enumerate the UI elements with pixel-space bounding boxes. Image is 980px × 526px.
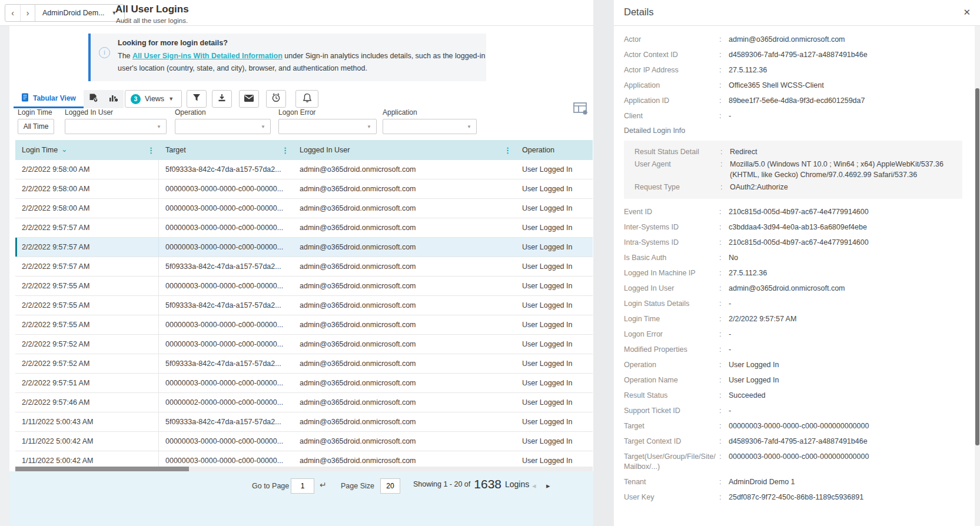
table-header-row: Login Time ⌄ ⋮ Target ⋮ Logged In User ⋮… xyxy=(15,140,593,160)
detail-label: Inter-Systems ID xyxy=(624,222,719,232)
page-size-label: Page Size xyxy=(341,482,374,490)
horizontal-scrollbar-thumb[interactable] xyxy=(15,467,189,471)
table-row[interactable]: 1/11/2022 5:00:43 AM 5f09333a-842c-47da-… xyxy=(15,412,593,432)
filter-dropdown[interactable]: ▼ xyxy=(65,119,167,134)
cell-logged-in-user: admin@o365droid.onmicrosoft.com xyxy=(293,296,516,315)
goto-page-input[interactable] xyxy=(291,478,314,494)
detail-field: Application ID : 89bee1f7-5e6e-4d8a-9f3d… xyxy=(624,96,962,106)
detail-field: User Agent : Mozilla/5.0 (Windows NT 10.… xyxy=(634,159,955,181)
tab-export-report[interactable] xyxy=(84,90,104,108)
details-title: Details xyxy=(624,6,653,18)
detail-value: User Logged In xyxy=(729,375,962,385)
horizontal-scrollbar[interactable] xyxy=(15,467,593,471)
detail-label: Actor xyxy=(624,35,719,45)
previous-page-button[interactable]: ◂ xyxy=(532,481,536,490)
cell-operation: User Logged In xyxy=(516,257,593,276)
filter-dropdown[interactable]: ▼ xyxy=(175,119,271,134)
table-row[interactable]: 2/2/2022 9:57:57 AM 00000003-0000-0000-c… xyxy=(15,238,593,257)
sort-descending-icon: ⌄ xyxy=(61,145,67,154)
table-row[interactable]: 2/2/2022 9:58:00 AM 00000003-0000-0000-c… xyxy=(15,179,593,199)
detail-label: User Agent xyxy=(634,159,720,181)
detail-label: Target Context ID xyxy=(624,437,719,447)
table-row[interactable]: 2/2/2022 9:58:00 AM 00000003-0000-0000-c… xyxy=(15,199,593,218)
table-row[interactable]: 2/2/2022 9:57:51 AM 00000003-0000-0000-c… xyxy=(15,374,593,393)
nav-back-button[interactable]: ‹ xyxy=(5,5,20,21)
cell-login-time: 2/2/2022 9:58:00 AM xyxy=(15,160,159,179)
table-row[interactable]: 2/2/2022 9:57:52 AM 00000003-0000-0000-c… xyxy=(15,335,593,354)
views-dropdown-button[interactable]: 3 Views ▼ xyxy=(125,90,182,108)
page-size-input[interactable] xyxy=(380,478,400,494)
table-row[interactable]: 2/2/2022 9:57:46 AM 00000002-0000-0000-c… xyxy=(15,393,593,412)
cell-login-time: 1/11/2022 5:00:43 AM xyxy=(15,412,159,431)
cell-operation: User Logged In xyxy=(516,160,593,179)
filter-dropdown[interactable]: ▼ xyxy=(278,119,377,134)
detail-label: Result Status Detail xyxy=(634,147,720,158)
tab-chart-view[interactable] xyxy=(104,90,124,108)
schedule-button[interactable] xyxy=(266,90,286,108)
cell-logged-in-user: admin@o365droid.onmicrosoft.com xyxy=(293,354,516,373)
detail-field: Modified Properties : - xyxy=(624,345,962,355)
cell-logged-in-user: admin@o365droid.onmicrosoft.com xyxy=(293,257,516,276)
banner-text: The All User Sign-ins With Detailed Info… xyxy=(118,50,500,75)
enter-icon[interactable]: ↵ xyxy=(320,480,327,490)
table-row[interactable]: 2/2/2022 9:57:55 AM 00000003-0000-0000-c… xyxy=(15,315,593,335)
vertical-scrollbar-thumb[interactable] xyxy=(975,88,979,445)
main-report-area: ‹ › AdminDroid Dem... ▼ All User Logins … xyxy=(0,0,593,526)
column-menu-icon[interactable]: ⋮ xyxy=(281,146,289,155)
column-header-logged-in-user[interactable]: Logged In User ⋮ xyxy=(293,140,516,160)
report-selector-dropdown[interactable]: AdminDroid Dem... ▼ xyxy=(35,5,124,21)
column-header-login-time[interactable]: Login Time ⌄ ⋮ xyxy=(15,140,159,160)
filter-group: Operation ▼ xyxy=(175,108,271,134)
close-icon[interactable]: ✕ xyxy=(963,7,971,18)
detail-label: Application ID xyxy=(624,96,719,106)
total-count: 1638 xyxy=(474,477,501,491)
chart-view-icon xyxy=(109,94,118,105)
cell-login-time: 2/2/2022 9:57:57 AM xyxy=(15,218,159,237)
filter-dropdown[interactable]: ▼ xyxy=(383,119,477,134)
column-menu-icon[interactable]: ⋮ xyxy=(504,146,511,155)
cell-login-time: 2/2/2022 9:58:00 AM xyxy=(15,199,159,218)
nav-forward-button[interactable]: › xyxy=(20,5,35,21)
column-header-target[interactable]: Target ⋮ xyxy=(159,140,293,160)
cell-target: 00000002-0000-0000-c000-00000... xyxy=(159,393,293,412)
details-fields-top: Actor : admin@o365droid.onmicrosoft.com … xyxy=(624,35,962,121)
next-page-button[interactable]: ▸ xyxy=(546,481,550,490)
table-row[interactable]: 2/2/2022 9:58:00 AM 5f09333a-842c-47da-a… xyxy=(15,160,593,179)
tab-tabular-view[interactable]: Tabular View xyxy=(14,90,84,108)
table-row[interactable]: 2/2/2022 9:57:57 AM 00000003-0000-0000-c… xyxy=(15,218,593,238)
detail-value: 25df087c-9f72-450c-86b8-1189c5936891 xyxy=(729,492,962,502)
table-row[interactable]: 2/2/2022 9:57:52 AM 5f09333a-842c-47da-a… xyxy=(15,354,593,374)
column-menu-icon[interactable]: ⋮ xyxy=(147,146,155,155)
cell-logged-in-user: admin@o365droid.onmicrosoft.com xyxy=(293,432,516,451)
cell-login-time: 2/2/2022 9:58:00 AM xyxy=(15,179,159,198)
signin-report-link[interactable]: All User Sign-ins With Detailed Informat… xyxy=(132,52,283,60)
detail-value: 2/2/2022 9:57:57 AM xyxy=(729,314,962,324)
email-button[interactable] xyxy=(239,90,259,108)
detail-field: Event ID : 210c815d-005d-4b97-ac67-4e477… xyxy=(624,207,962,217)
cell-operation: User Logged In xyxy=(516,315,593,334)
banner-title: Looking for more login details? xyxy=(118,39,478,47)
tab-label: Tabular View xyxy=(33,94,76,102)
table-row[interactable]: 2/2/2022 9:57:57 AM 5f09333a-842c-47da-a… xyxy=(15,257,593,277)
filter-button[interactable] xyxy=(187,90,207,108)
table-body: 2/2/2022 9:58:00 AM 5f09333a-842c-47da-a… xyxy=(15,160,593,471)
detail-label: Logged In Machine IP xyxy=(624,268,719,278)
detail-label: Target xyxy=(624,421,719,431)
detail-value: No xyxy=(729,253,962,263)
info-icon: i xyxy=(99,47,110,58)
cell-login-time: 2/2/2022 9:57:52 AM xyxy=(15,335,159,354)
alert-button[interactable] xyxy=(295,90,318,108)
chevron-down-icon: ▼ xyxy=(367,124,371,129)
filter-group: Application ▼ xyxy=(383,108,477,134)
column-header-operation[interactable]: Operation xyxy=(516,140,593,160)
table-row[interactable]: 1/11/2022 5:00:42 AM 00000003-0000-0000-… xyxy=(15,432,593,451)
table-row[interactable]: 2/2/2022 9:57:55 AM 5f09333a-842c-47da-a… xyxy=(15,296,593,315)
vertical-scrollbar[interactable] xyxy=(975,26,980,526)
logins-table: Login Time ⌄ ⋮ Target ⋮ Logged In User ⋮… xyxy=(15,140,593,471)
detail-field: Client : - xyxy=(624,111,962,121)
cell-logged-in-user: admin@o365droid.onmicrosoft.com xyxy=(293,160,516,179)
table-row[interactable]: 2/2/2022 9:57:55 AM 00000003-0000-0000-c… xyxy=(15,277,593,296)
filter-dropdown[interactable]: All Time ▼ xyxy=(18,119,54,134)
download-button[interactable] xyxy=(212,90,232,108)
filter-label: Login Time xyxy=(18,108,54,116)
